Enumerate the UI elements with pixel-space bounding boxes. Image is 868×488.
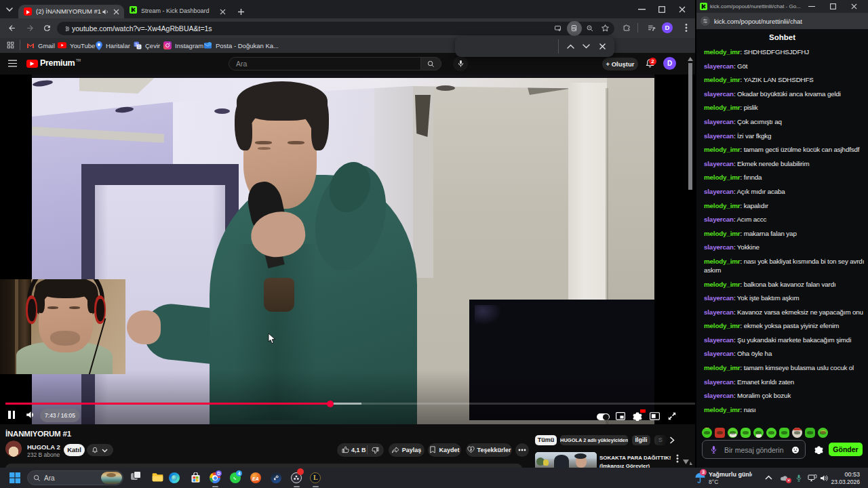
svg-text:G: G [138, 45, 140, 49]
